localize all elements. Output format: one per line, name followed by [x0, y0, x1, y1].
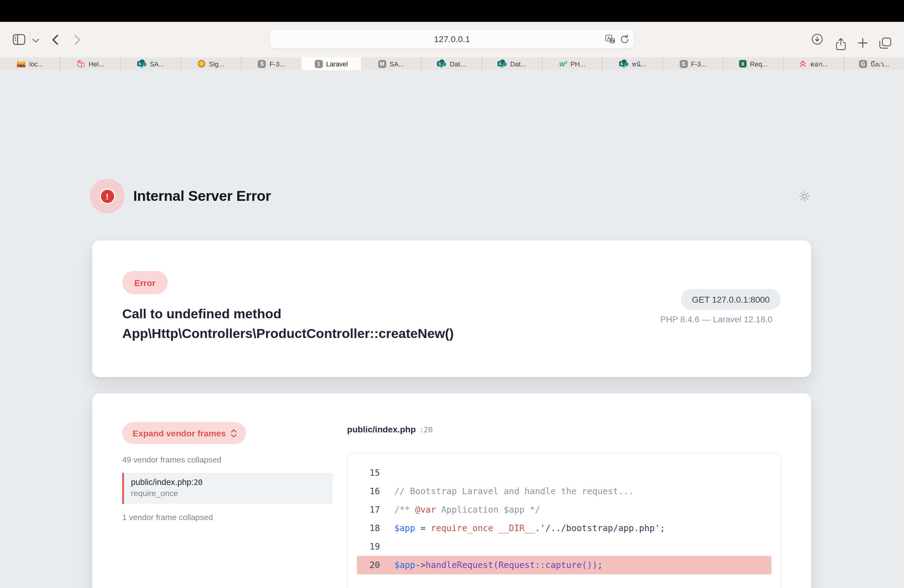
expand-chevrons-icon [230, 429, 237, 437]
back-icon[interactable] [52, 35, 58, 45]
code-line: 19 [357, 537, 771, 556]
stack-frame-file: public/index.php:20 [131, 477, 326, 487]
request-method-pill: GET 127.0.0.1:8000 [681, 289, 781, 310]
browser-tab-15[interactable]: Gบึงเว... [844, 57, 904, 70]
tab-label: ดอก... [810, 58, 828, 69]
reload-icon[interactable] [621, 35, 629, 44]
line-number: 16 [357, 482, 380, 501]
line-number: 19 [357, 537, 380, 556]
toolbar-divider [30, 29, 30, 44]
stack-frame-item[interactable]: public/index.php:20 require_once [122, 473, 333, 504]
vendor-frames-collapsed-below: 1 vendor frame collapsed [122, 513, 213, 522]
tab-label: F-3... [269, 60, 285, 67]
code-text [380, 537, 395, 556]
tab-label: Dat... [510, 60, 526, 67]
tab-label: Req... [750, 60, 768, 67]
stack-frame-method: require_once [131, 488, 326, 498]
browser-tab-12[interactable]: SF-3... [663, 57, 723, 70]
code-text: // Bootstrap Laravel and handle the requ… [380, 482, 634, 501]
stack-trace-card: Expand vendor frames 49 vendor frames co… [92, 394, 811, 588]
screen: 127.0.0.1 A PMAloc...Hel...SSA...Sig...S… [0, 0, 904, 588]
forward-icon[interactable] [74, 35, 81, 45]
tab-label: Laravel [326, 60, 348, 67]
w3schools-icon: W3 [559, 60, 567, 67]
browser-tab-1[interactable]: PMAloc... [0, 57, 60, 70]
page-title: Internal Server Error [133, 187, 271, 204]
expand-vendor-frames-label: Expand vendor frames [133, 428, 226, 438]
tab-label: หนั... [632, 58, 646, 69]
expand-vendor-frames-button[interactable]: Expand vendor frames [122, 422, 246, 444]
browser-tab-3[interactable]: SSA... [121, 57, 181, 70]
code-text: $app = require_once __DIR__.'/../bootstr… [380, 519, 665, 537]
letter-badge-1: 1 [315, 60, 322, 68]
download-icon[interactable] [812, 34, 823, 45]
tab-label: Dat... [450, 60, 466, 67]
sharepoint-icon: S [619, 59, 628, 68]
code-file-line: :20 [419, 426, 433, 434]
browser-toolbar: 127.0.0.1 A [0, 22, 904, 57]
error-message: Call to undefined method App\Http\Contro… [122, 304, 454, 343]
error-message-line2: App\Http\Controllers\ProductController::… [122, 324, 454, 343]
line-number: 15 [357, 464, 380, 482]
browser-tab-11[interactable]: Sหนั... [603, 57, 663, 70]
php-laravel-versions: PHP 8.4.6 — Laravel 12.18.0 [660, 314, 773, 324]
line-number: 17 [357, 501, 380, 519]
sharepoint-icon: S [498, 59, 507, 68]
error-summary-card: Error Call to undefined method App\Http\… [92, 240, 811, 377]
browser-tab-14[interactable]: ดอก... [784, 57, 844, 70]
code-line: 16// Bootstrap Laravel and handle the re… [357, 482, 771, 501]
letter-badge-S: S [680, 60, 687, 68]
sharepoint-icon: S [437, 59, 446, 68]
browser-tab-7[interactable]: MSA... [361, 57, 422, 70]
tab-label: SA... [390, 60, 404, 67]
tab-label: loc... [29, 60, 43, 67]
sidebar-icon[interactable] [13, 34, 25, 45]
error-page: ! Internal Server Error Error Call to un… [0, 70, 904, 588]
laravel-icon [77, 59, 85, 68]
share-icon[interactable] [836, 38, 846, 50]
browser-tab-8[interactable]: SDat... [422, 57, 482, 70]
code-viewer: 1516// Bootstrap Laravel and handle the … [347, 453, 781, 588]
tab-overview-icon[interactable] [879, 38, 891, 49]
translate-icon[interactable]: A [605, 35, 615, 44]
tab-label: Hel... [89, 60, 104, 67]
url-text: 127.0.0.1 [434, 34, 470, 44]
code-file-header: public/index.php:20 [347, 424, 433, 434]
sharepoint-icon: S [137, 59, 146, 68]
error-badge-icon: ! [90, 179, 125, 213]
tab-strip: PMAloc...Hel...SSA...Sig...SF-3...1Larav… [0, 57, 904, 70]
excel-icon: X [739, 60, 746, 67]
browser-tab-10[interactable]: W3PH... [542, 57, 603, 70]
pma-icon: PMA [17, 60, 26, 67]
tab-label: บึงเว... [871, 58, 890, 69]
code-text: $app->handleRequest(Request::capture()); [380, 556, 603, 574]
letter-badge-M: M [378, 60, 386, 68]
code-line: 15 [357, 464, 771, 482]
red-chevrons-icon [800, 60, 807, 68]
tab-label: SA... [150, 60, 164, 67]
tab-label: Sig... [209, 60, 224, 67]
browser-tab-6[interactable]: 1Laravel [301, 57, 361, 70]
browser-tab-5[interactable]: SF-3... [242, 57, 302, 70]
exclamation-icon: ! [99, 188, 115, 204]
code-line-highlighted: 20$app->handleRequest(Request::capture()… [357, 556, 771, 574]
orange-circle-icon [198, 60, 205, 67]
code-file-name: public/index.php [347, 424, 416, 434]
code-text: /** @var Application $app */ [380, 501, 540, 519]
code-text [380, 464, 395, 482]
tab-label: PH... [571, 60, 585, 67]
error-message-line1: Call to undefined method [122, 304, 454, 324]
browser-tab-13[interactable]: XReq... [724, 57, 784, 70]
error-type-badge: Error [122, 271, 168, 294]
menu-bar-area [0, 0, 904, 22]
browser-tab-4[interactable]: Sig... [181, 57, 241, 70]
sun-icon[interactable] [799, 191, 810, 202]
browser-tab-2[interactable]: Hel... [60, 57, 120, 70]
line-number: 18 [357, 519, 380, 537]
chevron-down-icon[interactable] [32, 39, 40, 43]
new-tab-icon[interactable] [857, 38, 868, 49]
url-bar[interactable]: 127.0.0.1 A [269, 29, 635, 49]
svg-text:A: A [607, 35, 611, 40]
vendor-frames-collapsed-above: 49 vendor frames collapsed [122, 455, 222, 464]
browser-tab-9[interactable]: SDat... [482, 57, 542, 70]
